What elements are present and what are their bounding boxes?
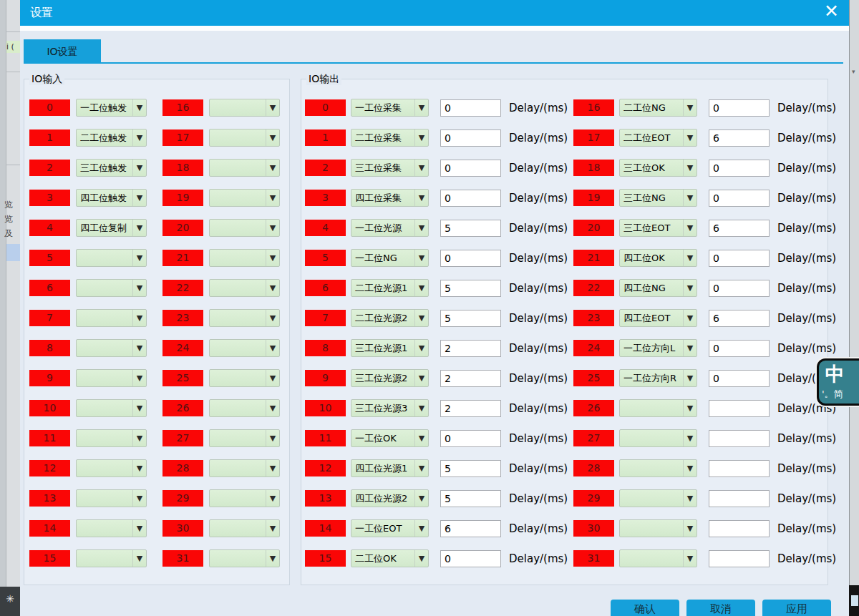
io-function-dropdown[interactable]: 一工位触发 ▼	[76, 99, 147, 117]
io-function-dropdown[interactable]: ▼	[209, 219, 280, 237]
io-function-dropdown[interactable]: 一工位EOT ▼	[351, 519, 429, 537]
io-function-dropdown[interactable]: ▼	[209, 369, 280, 387]
delay-input[interactable]	[709, 99, 770, 117]
io-function-dropdown[interactable]: 二工位NG ▼	[619, 99, 697, 117]
delay-input[interactable]	[440, 160, 501, 177]
delay-input[interactable]	[440, 400, 501, 417]
delay-input[interactable]	[709, 370, 770, 387]
io-function-dropdown[interactable]: 三工位OK ▼	[619, 159, 697, 177]
delay-input[interactable]	[709, 340, 770, 357]
io-function-dropdown[interactable]: 一工位光源 ▼	[351, 219, 429, 237]
io-function-dropdown[interactable]: ▼	[209, 519, 280, 537]
io-function-dropdown[interactable]: ▼	[209, 549, 280, 567]
io-function-dropdown[interactable]: ▼	[76, 399, 147, 417]
io-function-dropdown[interactable]: 四工位复制 ▼	[76, 219, 147, 237]
confirm-button[interactable]: 确认	[611, 600, 679, 616]
io-function-dropdown[interactable]: 三工位触发 ▼	[76, 159, 147, 177]
io-function-dropdown[interactable]: 四工位光源2 ▼	[351, 489, 429, 507]
cancel-button[interactable]: 取消	[686, 600, 755, 616]
io-function-dropdown[interactable]: ▼	[209, 99, 280, 117]
io-function-dropdown[interactable]: 二工位采集 ▼	[351, 129, 429, 147]
ime-indicator[interactable]: 中 '。简	[817, 358, 859, 406]
delay-input[interactable]	[709, 129, 770, 147]
tab-io-settings[interactable]: IO设置	[24, 39, 101, 64]
delay-input[interactable]	[709, 310, 770, 327]
delay-input[interactable]	[709, 520, 770, 537]
io-function-dropdown[interactable]: 三工位光源3 ▼	[351, 399, 429, 417]
io-function-dropdown[interactable]: ▼	[619, 549, 697, 567]
io-function-dropdown[interactable]: ▼	[619, 459, 697, 477]
delay-input[interactable]	[440, 430, 501, 447]
io-function-dropdown[interactable]: ▼	[76, 309, 147, 327]
io-function-dropdown[interactable]: 一工位采集 ▼	[351, 99, 429, 117]
io-function-dropdown[interactable]: 一工位OK ▼	[351, 429, 429, 447]
io-function-dropdown[interactable]: 二工位EOT ▼	[619, 129, 697, 147]
io-function-dropdown[interactable]: ▼	[76, 369, 147, 387]
io-function-dropdown[interactable]: 一工位方向L ▼	[619, 339, 697, 357]
delay-input[interactable]	[709, 190, 770, 207]
delay-input[interactable]	[440, 460, 501, 477]
io-function-dropdown[interactable]: ▼	[209, 129, 280, 147]
io-function-dropdown[interactable]: ▼	[76, 489, 147, 507]
delay-input[interactable]	[440, 99, 501, 117]
io-function-dropdown[interactable]: 一工位NG ▼	[351, 249, 429, 267]
apply-button[interactable]: 应用	[762, 600, 831, 616]
io-function-dropdown[interactable]: 二工位光源2 ▼	[351, 309, 429, 327]
io-function-dropdown[interactable]: ▼	[76, 519, 147, 537]
delay-input[interactable]	[440, 190, 501, 207]
io-function-dropdown[interactable]: ▼	[76, 279, 147, 297]
delay-input[interactable]	[440, 490, 501, 507]
delay-input[interactable]	[440, 250, 501, 267]
io-function-dropdown[interactable]: ▼	[209, 339, 280, 357]
io-function-dropdown[interactable]: ▼	[76, 339, 147, 357]
io-function-dropdown[interactable]: ▼	[209, 159, 280, 177]
delay-input[interactable]	[709, 460, 770, 477]
io-function-dropdown[interactable]: ▼	[619, 429, 697, 447]
io-function-dropdown[interactable]: 四工位EOT ▼	[619, 309, 697, 327]
delay-input[interactable]	[709, 280, 770, 297]
io-function-dropdown[interactable]: 二工位OK ▼	[351, 549, 429, 567]
io-function-dropdown[interactable]: ▼	[209, 279, 280, 297]
io-function-dropdown[interactable]: 一工位方向R ▼	[619, 369, 697, 387]
io-function-dropdown[interactable]: ▼	[619, 519, 697, 537]
io-function-dropdown[interactable]: 四工位触发 ▼	[76, 189, 147, 207]
delay-input[interactable]	[440, 280, 501, 297]
close-icon[interactable]: ✕	[824, 1, 839, 21]
io-function-dropdown[interactable]: ▼	[76, 429, 147, 447]
io-function-dropdown[interactable]: ▼	[209, 249, 280, 267]
delay-input[interactable]	[709, 550, 770, 567]
delay-input[interactable]	[709, 430, 770, 447]
io-function-dropdown[interactable]: 二工位光源1 ▼	[351, 279, 429, 297]
delay-input[interactable]	[709, 160, 770, 177]
io-function-dropdown[interactable]: 四工位采集 ▼	[351, 189, 429, 207]
io-function-dropdown[interactable]: ▼	[619, 399, 697, 417]
io-function-dropdown[interactable]: ▼	[209, 489, 280, 507]
io-function-dropdown[interactable]: 三工位NG ▼	[619, 189, 697, 207]
io-function-dropdown[interactable]: ▼	[76, 459, 147, 477]
io-function-dropdown[interactable]: ▼	[76, 249, 147, 267]
io-function-dropdown[interactable]: ▼	[76, 549, 147, 567]
delay-input[interactable]	[440, 370, 501, 387]
io-function-dropdown[interactable]: 四工位光源1 ▼	[351, 459, 429, 477]
io-function-dropdown[interactable]: 三工位光源1 ▼	[351, 339, 429, 357]
delay-input[interactable]	[440, 520, 501, 537]
io-function-dropdown[interactable]: ▼	[619, 489, 697, 507]
delay-input[interactable]	[440, 129, 501, 147]
delay-input[interactable]	[709, 400, 770, 417]
io-function-dropdown[interactable]: 四工位NG ▼	[619, 279, 697, 297]
delay-input[interactable]	[440, 310, 501, 327]
io-function-dropdown[interactable]: ▼	[209, 189, 280, 207]
io-function-dropdown[interactable]: 三工位采集 ▼	[351, 159, 429, 177]
io-function-dropdown[interactable]: 二工位触发 ▼	[76, 129, 147, 147]
io-function-dropdown[interactable]: ▼	[209, 429, 280, 447]
delay-input[interactable]	[709, 220, 770, 237]
delay-input[interactable]	[440, 220, 501, 237]
io-function-dropdown[interactable]: ▼	[209, 309, 280, 327]
delay-input[interactable]	[709, 250, 770, 267]
dialog-titlebar[interactable]: 设置 ✕	[20, 0, 849, 26]
io-function-dropdown[interactable]: 三工位光源2 ▼	[351, 369, 429, 387]
io-function-dropdown[interactable]: ▼	[209, 459, 280, 477]
io-function-dropdown[interactable]: ▼	[209, 399, 280, 417]
delay-input[interactable]	[709, 490, 770, 507]
delay-input[interactable]	[440, 340, 501, 357]
